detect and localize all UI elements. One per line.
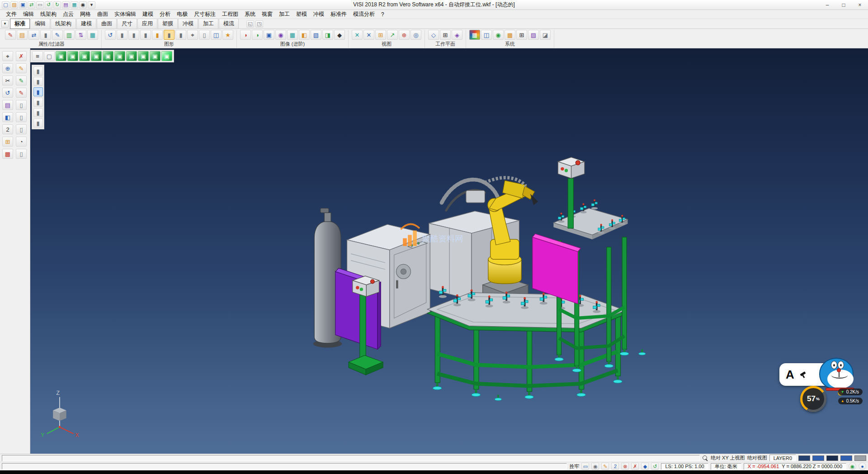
bottom-view-icon[interactable]: ▣ [126, 51, 137, 61]
camera-icon[interactable]: ◉ [275, 30, 286, 40]
highlight-view-icon[interactable]: ★ [222, 30, 233, 40]
iso-back-view-icon[interactable]: ▣ [138, 51, 149, 61]
break-link-icon[interactable]: ⊗ [621, 463, 629, 470]
filter-all-icon[interactable]: ▮ [33, 118, 43, 128]
menu-item[interactable]: 曲面 [94, 9, 111, 19]
menu-item[interactable]: 电极 [174, 9, 191, 19]
two-point-icon[interactable]: 2 [611, 463, 619, 470]
color-swatch[interactable] [840, 455, 852, 461]
transparent-view-icon[interactable]: ▮ [175, 30, 186, 40]
import-icon[interactable]: ⇄ [28, 1, 35, 9]
calculator-icon[interactable]: ⊞ [516, 30, 527, 40]
hatch-icon[interactable]: ▩ [505, 30, 515, 40]
color-swatch[interactable] [854, 455, 866, 461]
toolbar-tab[interactable]: 曲面 [97, 19, 117, 29]
minimize-button[interactable]: – [819, 0, 835, 9]
snapshot-icon[interactable]: ▣ [264, 30, 274, 40]
menu-item[interactable]: 文件 [3, 9, 20, 19]
sheet-icon[interactable]: ▯ [16, 100, 27, 110]
command-input[interactable] [2, 463, 567, 469]
menu-item[interactable]: 标准件 [327, 9, 350, 19]
sheet2-icon[interactable]: ▯ [16, 112, 27, 122]
left-view-icon[interactable]: ▣ [103, 51, 113, 61]
toolbar-tab[interactable]: 塑膜 [158, 19, 178, 29]
render-green-icon[interactable]: ◑ [252, 30, 263, 40]
lock-label[interactable]: 拴牢 [569, 463, 579, 470]
palette-icon[interactable]: ▩ [2, 149, 13, 159]
search-icon[interactable] [702, 455, 708, 461]
render-red-icon[interactable]: ◑ [240, 30, 251, 40]
color-swatch[interactable] [798, 455, 810, 461]
menu-item[interactable]: 线架构 [37, 9, 60, 19]
iso-view-icon[interactable]: ▣ [56, 51, 66, 61]
filter-icon[interactable]: ▥ [64, 30, 75, 40]
clear-view-icon[interactable]: ▢ [44, 51, 55, 61]
menu-item[interactable]: 编辑 [20, 9, 37, 19]
shadow-icon[interactable]: ▧ [311, 30, 321, 40]
zoom-window-icon[interactable]: ⊞ [375, 30, 386, 40]
box-view-icon[interactable]: ◫ [211, 30, 222, 40]
filter-points-icon[interactable]: ▮ [33, 98, 43, 107]
menu-item[interactable]: 实体编辑 [111, 9, 139, 19]
light-icon[interactable]: ◨ [322, 30, 333, 40]
grid-icon[interactable]: ▦ [71, 1, 78, 9]
tab-dropdown-icon[interactable]: ▼ [1, 20, 9, 28]
scene-3d[interactable]: 聚酷资料网 Z X Y [30, 48, 868, 454]
pattern-icon[interactable]: ▨ [528, 30, 539, 40]
filter-surfaces-icon[interactable]: ▮ [33, 77, 43, 86]
window-system-icon[interactable]: ◫ [481, 30, 492, 40]
welding-table[interactable] [427, 286, 625, 398]
two-step-icon[interactable]: 2 [2, 124, 13, 134]
redo-icon[interactable]: ↻ [53, 1, 61, 9]
front-view-icon[interactable]: ▣ [79, 51, 90, 61]
sort-filter-icon[interactable]: ⇅ [75, 30, 86, 40]
menu-item[interactable]: 冲模 [310, 9, 327, 19]
back-view-icon[interactable]: ▣ [114, 51, 125, 61]
copy-attributes-icon[interactable]: ▤ [17, 30, 28, 40]
float-panel-icon[interactable]: ◳ [255, 20, 263, 28]
prism-icon[interactable]: ◪ [540, 30, 551, 40]
filter-dimensions-icon[interactable]: ▮ [33, 108, 43, 117]
filter-wireframe-icon[interactable]: ▮ [33, 66, 43, 76]
filter-solids-icon[interactable]: ▮ [33, 87, 43, 96]
viewport[interactable]: ≡▢▣▣▣▣▣▣▣▣▣▣ ▮▮▮▮▮▮ [30, 48, 868, 454]
open-doc-icon[interactable]: ▨ [10, 1, 18, 9]
shaded-view-icon[interactable]: ▮ [140, 30, 151, 40]
menu-item[interactable]: 系统 [241, 9, 259, 19]
sheet3-icon[interactable]: ▯ [16, 124, 27, 134]
layer-cylinder-icon[interactable]: ▮ [40, 30, 51, 40]
filter-table-icon[interactable]: ▦ [87, 30, 98, 40]
save-icon[interactable]: ▣ [19, 1, 27, 9]
undo-icon[interactable]: ↺ [45, 1, 52, 9]
prompt-field[interactable] [2, 455, 700, 461]
color-palette-icon[interactable]: ▦ [469, 30, 480, 40]
document-icon[interactable]: ▯ [16, 149, 27, 159]
menu-item[interactable]: 工程图 [219, 9, 241, 19]
sheet-view-icon[interactable]: ▯ [199, 30, 210, 40]
trim-icon[interactable]: ✂ [2, 76, 13, 85]
solid-half-icon[interactable]: ◧ [2, 112, 13, 122]
select-icon[interactable]: ⌖ [2, 51, 13, 61]
menu-item[interactable]: 塑模 [293, 9, 310, 19]
maximize-button[interactable]: □ [835, 0, 852, 9]
workplane-icon[interactable]: ◇ [428, 30, 439, 40]
material-icon[interactable]: ◧ [299, 30, 310, 40]
toolbar-tab[interactable]: 冲模 [178, 19, 198, 29]
screen-capture-icon[interactable]: ▭ [581, 463, 589, 470]
layers-icon[interactable]: ▤ [62, 1, 70, 9]
close-button[interactable]: × [852, 0, 868, 9]
annotate-icon[interactable]: ✎ [601, 463, 609, 470]
toolbar-tab[interactable]: 模流 [219, 19, 239, 29]
top-view-icon[interactable]: ▣ [67, 51, 78, 61]
menu-item[interactable]: 加工 [276, 9, 293, 19]
toolbar-tab[interactable]: 线架构 [51, 19, 76, 29]
toolbar-tab[interactable]: 加工 [198, 19, 218, 29]
right-view-icon[interactable]: ▣ [91, 51, 102, 61]
edit-geometry-icon[interactable]: ✎ [16, 63, 27, 73]
workplane-align-icon[interactable]: ◈ [452, 30, 462, 40]
snap-mode-icon[interactable]: ◆ [641, 463, 649, 470]
abs-xy-view-label[interactable]: 绝对 XY 上视图 [711, 455, 745, 461]
magenta-panel[interactable] [533, 234, 581, 304]
status-ok-icon[interactable]: ◉ [849, 463, 856, 470]
rotate-entity-icon[interactable]: ↺ [2, 88, 13, 98]
